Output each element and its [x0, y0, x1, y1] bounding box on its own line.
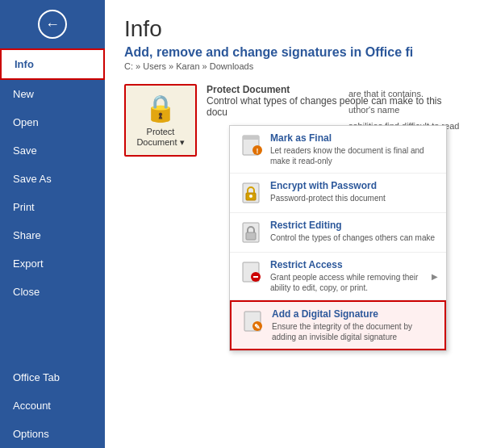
sidebar-item-share[interactable]: Share	[0, 221, 105, 249]
sidebar-item-save[interactable]: Save	[0, 136, 105, 165]
back-circle-icon: ←	[38, 10, 67, 39]
back-button[interactable]: ←	[0, 0, 105, 48]
info-right-item-1: are that it contains.	[348, 89, 478, 98]
menu-item-digital-signature[interactable]: ✎ Add a Digital Signature Ensure the int…	[230, 300, 446, 350]
svg-rect-8	[246, 232, 256, 240]
restrict-access-icon	[238, 259, 264, 285]
menu-item-encrypt-password[interactable]: Encrypt with Password Password-protect t…	[230, 174, 446, 213]
sidebar-item-info[interactable]: Info	[0, 48, 105, 80]
encrypt-text: Encrypt with Password Password-protect t…	[270, 180, 438, 203]
digital-signature-icon: ✎	[240, 308, 265, 334]
svg-rect-1	[243, 136, 259, 140]
sidebar-item-open[interactable]: Open	[0, 108, 105, 136]
sidebar-item-options[interactable]: Options	[0, 420, 105, 448]
restrict-editing-icon	[238, 220, 264, 245]
section-title: Add, remove and change signatures in Off…	[124, 45, 465, 60]
sidebar-item-new[interactable]: New	[0, 80, 105, 108]
svg-rect-11	[253, 276, 258, 278]
svg-text:!: !	[257, 147, 259, 155]
protect-dropdown-menu: ! Mark as Final Let readers know the doc…	[229, 125, 447, 351]
protect-heading: Protect Document	[207, 84, 290, 95]
sidebar-item-print[interactable]: Print	[0, 193, 105, 221]
info-right-item-2: uthor's name	[348, 105, 478, 115]
svg-point-6	[249, 195, 252, 198]
digital-signature-text: Add a Digital Signature Ensure the integ…	[272, 308, 436, 342]
encrypt-icon	[238, 180, 264, 206]
protect-button-label: ProtectDocument ▾	[136, 127, 184, 148]
mark-final-icon: !	[238, 132, 264, 158]
sidebar-item-export[interactable]: Export	[0, 249, 105, 278]
page-title: Info	[124, 16, 465, 42]
menu-item-restrict-access[interactable]: Restrict Access Grant people access whil…	[230, 253, 446, 300]
submenu-arrow-icon: ▶	[432, 272, 438, 281]
main-content: Info Add, remove and change signatures i…	[105, 0, 484, 448]
restrict-access-text: Restrict Access Grant people access whil…	[270, 259, 428, 293]
mark-final-text: Mark as Final Let readers know the docum…	[270, 132, 438, 166]
sidebar-item-close[interactable]: Close	[0, 278, 105, 306]
menu-item-restrict-editing[interactable]: Restrict Editing Control the types of ch…	[230, 213, 446, 253]
sidebar-item-office-tab[interactable]: Office Tab	[0, 363, 105, 391]
sidebar-item-account[interactable]: Account	[0, 391, 105, 420]
sidebar-item-save-as[interactable]: Save As	[0, 165, 105, 193]
sidebar-spacer	[0, 306, 105, 363]
restrict-editing-text: Restrict Editing Control the types of ch…	[270, 220, 438, 243]
menu-item-mark-as-final[interactable]: ! Mark as Final Let readers know the doc…	[230, 126, 446, 174]
svg-text:✎: ✎	[254, 323, 261, 331]
sidebar: ← Info New Open Save Save As Print Share…	[0, 0, 105, 448]
protect-document-button[interactable]: 🔒 ProtectDocument ▾	[124, 84, 197, 157]
breadcrumb: C: » Users » Karan » Downloads	[124, 61, 465, 71]
lock-icon: 🔒	[144, 93, 177, 124]
